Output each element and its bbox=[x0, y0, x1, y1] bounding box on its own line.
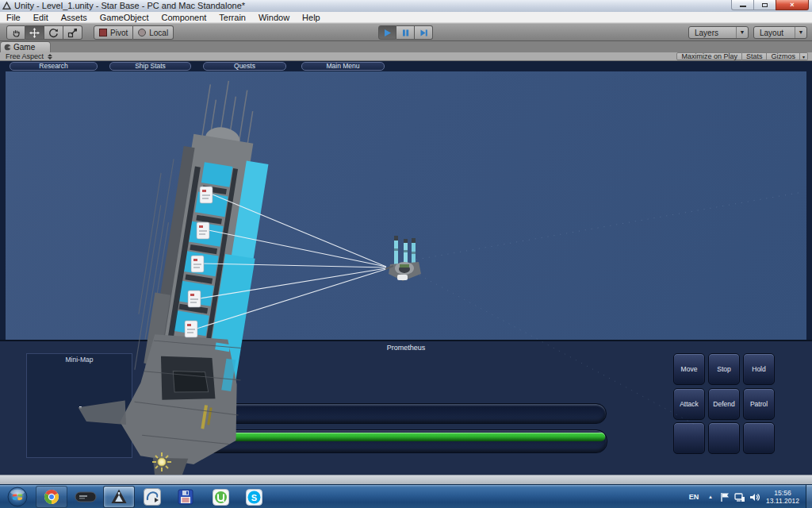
taskbar-monodevelop[interactable] bbox=[136, 486, 168, 508]
taskbar-utorrent[interactable] bbox=[205, 486, 236, 508]
game-view-toolbar: Free Aspect Maximize on Play Stats Gizmo… bbox=[0, 52, 812, 61]
action-center-flag-icon[interactable] bbox=[717, 492, 732, 502]
move-button[interactable]: Move bbox=[673, 353, 705, 385]
chevron-down-icon: ▼ bbox=[795, 27, 806, 38]
minimap[interactable]: Mini-Map bbox=[26, 353, 132, 458]
scale-tool-button[interactable] bbox=[63, 25, 82, 40]
tab-game[interactable]: Game bbox=[0, 41, 51, 52]
popup-arrows-icon bbox=[48, 54, 52, 60]
editor-toolbar: Pivot Local Layers ▼ Layout ▼ bbox=[0, 23, 812, 41]
menu-edit[interactable]: Edit bbox=[27, 12, 55, 23]
quests-button[interactable]: Quests bbox=[203, 62, 286, 71]
empty-command-button[interactable] bbox=[673, 422, 705, 454]
unity-icon bbox=[109, 487, 128, 506]
chevron-down-icon: ▼ bbox=[736, 27, 748, 38]
chrome-icon bbox=[44, 489, 59, 505]
scale-icon bbox=[67, 28, 78, 38]
pause-icon bbox=[401, 29, 410, 37]
empty-command-button[interactable] bbox=[708, 422, 740, 454]
move-icon bbox=[29, 28, 40, 38]
svg-text:S: S bbox=[251, 492, 256, 502]
health-bar bbox=[201, 403, 607, 424]
stop-button[interactable]: Stop bbox=[708, 353, 740, 385]
volume-icon[interactable] bbox=[747, 492, 762, 502]
pivot-toggle-button[interactable]: Pivot bbox=[94, 25, 133, 40]
minimap-unit-dot bbox=[79, 406, 82, 409]
move-tool-button[interactable] bbox=[25, 25, 44, 40]
ship-stats-button[interactable]: Ship Stats bbox=[109, 62, 191, 71]
local-toggle-button[interactable]: Local bbox=[133, 25, 174, 40]
taskbar-editor-save[interactable] bbox=[170, 486, 201, 508]
menu-component[interactable]: Component bbox=[155, 12, 213, 23]
gizmos-dropdown-nub[interactable]: ▾ bbox=[800, 52, 808, 60]
game-view-icon bbox=[4, 44, 11, 51]
taskbar: S EN ▲ 15:56 13.11.2012 bbox=[0, 484, 812, 508]
gizmos-button[interactable]: Gizmos bbox=[767, 52, 800, 60]
stats-button[interactable]: Stats bbox=[742, 52, 768, 60]
clock-date: 13.11.2012 bbox=[762, 497, 803, 505]
local-axis-icon bbox=[138, 29, 146, 37]
minimize-button[interactable] bbox=[731, 0, 754, 10]
pivot-icon bbox=[99, 29, 107, 37]
empty-command-button[interactable] bbox=[743, 422, 775, 454]
attack-button[interactable]: Attack bbox=[673, 388, 705, 420]
step-icon bbox=[419, 29, 428, 37]
window-title: Unity - Level_1.unity - Star Base - PC a… bbox=[14, 0, 245, 12]
skype-icon: S bbox=[245, 488, 263, 506]
desktop: Unity - Level_1.unity - Star Base - PC a… bbox=[0, 0, 812, 508]
play-button[interactable] bbox=[378, 25, 396, 40]
menu-help[interactable]: Help bbox=[296, 12, 327, 23]
selected-unit-name: Prometheus bbox=[0, 344, 812, 352]
game-viewport[interactable]: Research Ship Stats Quests Main Menu Pro… bbox=[0, 61, 812, 475]
windows-start-icon bbox=[7, 487, 28, 507]
aspect-dropdown[interactable]: Free Aspect bbox=[2, 52, 56, 60]
taskbar-skype[interactable]: S bbox=[238, 486, 270, 508]
restore-button[interactable] bbox=[754, 0, 776, 10]
clock-time: 15:56 bbox=[762, 489, 803, 497]
game-scene[interactable] bbox=[6, 71, 806, 340]
menu-window[interactable]: Window bbox=[252, 12, 296, 23]
minimap-label: Mini-Map bbox=[27, 356, 132, 364]
rotate-icon bbox=[48, 28, 59, 38]
floppy-disk-icon bbox=[177, 488, 194, 506]
show-desktop-button[interactable] bbox=[806, 485, 812, 508]
patrol-button[interactable]: Patrol bbox=[743, 388, 775, 420]
play-icon bbox=[383, 29, 392, 37]
network-icon[interactable] bbox=[732, 492, 747, 502]
step-button[interactable] bbox=[415, 25, 433, 40]
hand-icon bbox=[11, 28, 21, 38]
view-tab-bar: Game bbox=[0, 41, 812, 52]
energy-bar-fill bbox=[205, 433, 605, 441]
pill-app-icon bbox=[75, 491, 97, 502]
start-button[interactable] bbox=[2, 486, 33, 508]
taskbar-chrome[interactable] bbox=[36, 486, 67, 508]
menu-bar: File Edit Assets GameObject Component Te… bbox=[0, 12, 812, 23]
monodevelop-icon bbox=[143, 487, 162, 506]
language-indicator[interactable]: EN bbox=[684, 493, 704, 501]
menu-gameobject[interactable]: GameObject bbox=[94, 12, 155, 23]
menu-terrain[interactable]: Terrain bbox=[213, 12, 252, 23]
menu-file[interactable]: File bbox=[0, 12, 27, 23]
energy-bar bbox=[201, 429, 607, 453]
main-menu-button[interactable]: Main Menu bbox=[301, 62, 385, 71]
taskbar-clock[interactable]: 15:56 13.11.2012 bbox=[762, 489, 803, 505]
pause-button[interactable] bbox=[396, 25, 415, 40]
taskbar-app-pill[interactable] bbox=[70, 486, 102, 508]
hand-tool-button[interactable] bbox=[6, 25, 25, 40]
defend-button[interactable]: Defend bbox=[708, 388, 740, 420]
unity-app-icon bbox=[2, 2, 11, 10]
window-frame-bottom bbox=[0, 475, 812, 484]
layout-dropdown[interactable]: Layout ▼ bbox=[753, 26, 807, 39]
hud-bottom-panel: Prometheus Mini-Map Move Stop Hold Attac… bbox=[0, 340, 812, 475]
rotate-tool-button[interactable] bbox=[44, 25, 63, 40]
research-button[interactable]: Research bbox=[10, 62, 98, 71]
hold-button[interactable]: Hold bbox=[743, 353, 775, 385]
layers-dropdown[interactable]: Layers ▼ bbox=[688, 26, 749, 39]
maximize-on-play-button[interactable]: Maximize on Play bbox=[676, 52, 742, 60]
utorrent-icon bbox=[212, 488, 230, 506]
close-button[interactable]: × bbox=[776, 0, 809, 10]
tray-expand-icon[interactable]: ▲ bbox=[704, 495, 717, 499]
menu-assets[interactable]: Assets bbox=[55, 12, 94, 23]
taskbar-unity[interactable] bbox=[103, 486, 135, 508]
